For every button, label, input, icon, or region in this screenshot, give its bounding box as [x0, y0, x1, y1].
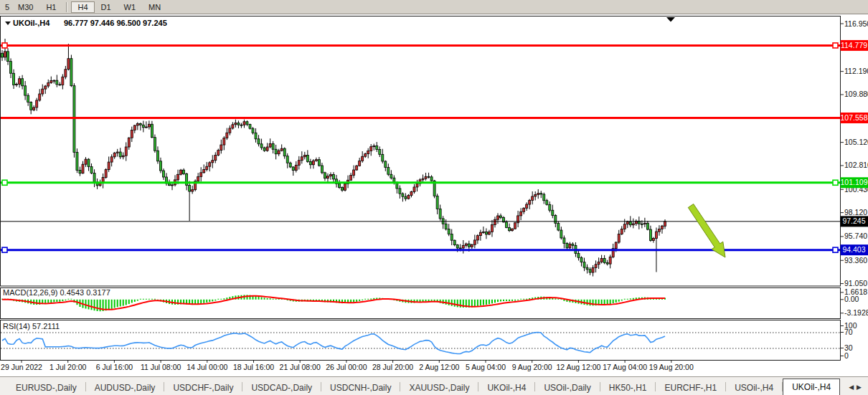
price-tick-label: 116.950 [844, 19, 868, 28]
candle [652, 238, 654, 240]
candle [159, 161, 161, 171]
hline-handle[interactable] [2, 247, 7, 252]
timeframe-button-5[interactable]: 5 [0, 1, 11, 13]
chart-tab-HK50-H1[interactable]: HK50-,H1 [600, 381, 656, 395]
candle [76, 152, 78, 170]
candle [534, 194, 537, 196]
chart-tab-USDCHF-Daily[interactable]: USDCHF-,Daily [164, 381, 242, 395]
chart-tab-UKOil-H4[interactable]: UKOil-,H4 [478, 381, 534, 395]
timeframe-button-H1[interactable]: H1 [39, 1, 62, 13]
candle [509, 227, 511, 230]
rsi-scale-label: 0 [844, 351, 849, 360]
macd-indicator-label: MACD(12,26,9) 0.4543 0.3177 [3, 288, 110, 297]
candle [324, 173, 326, 179]
candle [491, 225, 493, 232]
hline-handle[interactable] [833, 247, 838, 252]
candle [595, 265, 597, 268]
timeframe-button-D1[interactable]: D1 [95, 1, 118, 13]
chart-tab-USOil-Daily[interactable]: USOil-,Daily [535, 381, 599, 395]
candle [154, 138, 156, 151]
hline-handle[interactable] [2, 43, 7, 48]
time-axis[interactable]: 29 Jun 20221 Jul 20:006 Jul 16:0011 Jul … [1, 361, 694, 372]
price-tick-label: 91.050 [844, 279, 867, 287]
candle [407, 195, 410, 199]
chart-tab-AUDUSD-Daily[interactable]: AUDUSD-,Daily [86, 381, 164, 395]
chart-tab-UKOil-H4[interactable]: UKOil-,H4 [783, 379, 840, 395]
candle [70, 59, 72, 86]
time-tick-label: 17 Aug 04:00 [603, 363, 647, 371]
price-tick-label: 112.190 [844, 67, 868, 75]
candle [658, 229, 660, 232]
candle [203, 169, 205, 172]
candle [171, 185, 174, 186]
timeframe-button-MN[interactable]: MN [142, 1, 167, 13]
chart-tab-EURUSD-Daily[interactable]: EURUSD-,Daily [7, 381, 85, 395]
candle [59, 85, 61, 85]
time-tick-label: 11 Jul 08:00 [141, 363, 181, 371]
candle [278, 151, 280, 154]
candle [557, 223, 560, 230]
candle [641, 224, 643, 224]
candle [546, 201, 548, 205]
chart-tab-USDCAD-Daily[interactable]: USDCAD-,Daily [242, 381, 321, 395]
candle [379, 149, 381, 154]
candle [235, 123, 237, 125]
time-tick-label: 21 Jul 08:00 [280, 363, 321, 371]
timeframe-toolbar: 5M30H1H4D1W1MN [0, 0, 868, 14]
candle [309, 162, 311, 165]
candle [113, 153, 115, 157]
time-tick-label: 28 Jul 20:00 [372, 363, 413, 371]
rsi-indicator-label: RSI(14) 57.2111 [3, 322, 60, 330]
candle [177, 174, 179, 180]
candle [214, 155, 217, 160]
candle [353, 170, 355, 175]
price-badge-label: 94.403 [842, 245, 865, 254]
chart-canvas[interactable]: 116.950112.190109.880105.120102.810100.4… [0, 14, 868, 376]
chart-tab-XAUUSD-Daily[interactable]: XAUUSD-,Daily [400, 381, 478, 395]
candle [180, 170, 182, 174]
candle [65, 70, 67, 77]
candle [295, 165, 297, 170]
toolbar-separator [66, 2, 67, 12]
candle [156, 151, 159, 161]
chart-title-symbol: UKOil-,H4 [13, 19, 50, 27]
candle [280, 148, 283, 151]
candle [139, 123, 141, 125]
candle [526, 204, 528, 208]
candle [301, 157, 303, 161]
candle [402, 194, 404, 196]
hline-handle[interactable] [833, 43, 838, 48]
candle [232, 125, 234, 128]
candle [326, 176, 329, 179]
timeframe-button-M30[interactable]: M30 [11, 1, 39, 13]
timeframe-button-W1[interactable]: W1 [118, 1, 143, 13]
rsi-panel [1, 320, 841, 361]
candle [511, 229, 514, 231]
candle [272, 143, 274, 149]
candle [266, 147, 268, 151]
candle [356, 166, 358, 170]
chart-tab-USOil-H4[interactable]: USOil-,H4 [726, 381, 782, 395]
time-tick-label: 2 Aug 12:00 [419, 363, 459, 371]
candle [339, 184, 341, 187]
candle [303, 156, 306, 157]
chart-tab-USDCNH-Daily[interactable]: USDCNH-,Daily [321, 381, 400, 395]
candle [643, 223, 646, 224]
price-axis[interactable]: 116.950112.190109.880105.120102.810100.4… [841, 19, 868, 288]
time-tick-label: 26 Jul 00:00 [326, 363, 367, 371]
candle [93, 173, 95, 182]
candle [255, 133, 257, 139]
candle [162, 171, 164, 177]
candle [56, 80, 58, 85]
candle [151, 124, 153, 137]
hline-handle[interactable] [833, 180, 838, 185]
timeframe-button-H4[interactable]: H4 [71, 1, 94, 13]
candle [445, 224, 447, 229]
tab-scroll-arrows[interactable]: ◀▶ [849, 384, 868, 395]
chart-tab-EURCHF-H1[interactable]: EURCHF-,H1 [656, 381, 725, 395]
candle [482, 232, 484, 233]
candle [600, 259, 603, 262]
hline-handle[interactable] [2, 180, 7, 185]
candle [329, 175, 331, 176]
candle [312, 161, 314, 165]
